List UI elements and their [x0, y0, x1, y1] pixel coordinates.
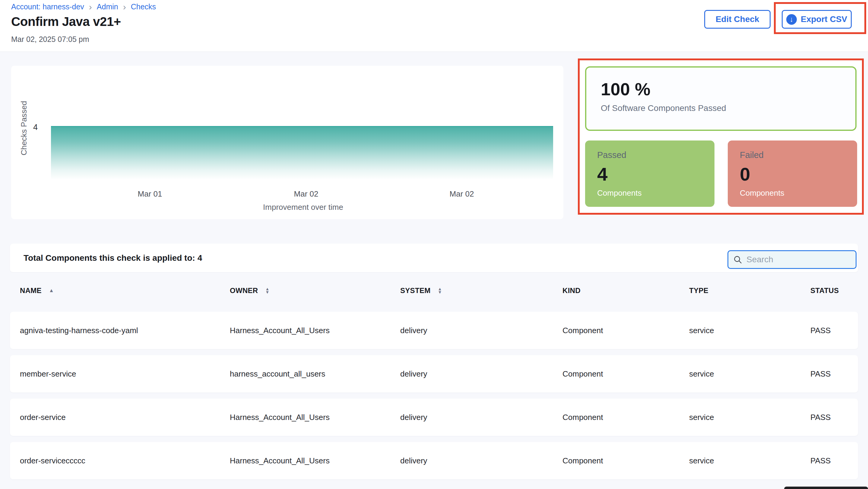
column-header-name[interactable]: NAME ▲: [20, 284, 54, 297]
breadcrumb-link-admin[interactable]: Admin: [97, 2, 118, 11]
status-badge: PASS: [810, 312, 831, 349]
cell-kind: Component: [562, 355, 603, 393]
failed-label: Failed: [740, 150, 857, 160]
cell-owner: Harness_Account_All_Users: [230, 312, 330, 349]
column-header-type: TYPE: [689, 284, 709, 297]
cell-system: delivery: [400, 312, 427, 349]
column-header-owner[interactable]: OWNER ▲▼: [230, 284, 270, 297]
cell-type: service: [689, 355, 714, 393]
cell-system: delivery: [400, 355, 427, 393]
cell-kind: Component: [562, 398, 603, 436]
partial-tooltip-bar: [784, 487, 868, 489]
page-title: Confirm Java v21+: [11, 14, 121, 29]
status-badge: PASS: [810, 398, 831, 436]
chart-x-tick: Mar 02: [450, 189, 474, 199]
cell-owner: harness_account_all_users: [230, 355, 326, 393]
column-header-status: STATUS: [810, 284, 839, 297]
sort-ascending-icon: ▲: [49, 288, 54, 294]
search-box[interactable]: [727, 250, 857, 269]
edit-check-button[interactable]: Edit Check: [704, 10, 771, 29]
check-timestamp: Mar 02, 2025 07:05 pm: [11, 35, 89, 44]
status-badge: PASS: [810, 355, 831, 393]
chevron-right-icon: ›: [123, 3, 126, 10]
column-header-system-label: SYSTEM: [400, 286, 430, 295]
failed-value: 0: [740, 166, 857, 183]
breadcrumb-link-checks[interactable]: Checks: [131, 2, 156, 11]
cell-owner: Harness_Account_All_Users: [230, 442, 330, 479]
passed-value: 4: [597, 166, 714, 183]
column-header-system[interactable]: SYSTEM ▲▼: [400, 284, 442, 297]
cell-kind: Component: [562, 312, 603, 349]
percent-passed-value: 100 %: [601, 79, 855, 99]
cell-name: order-serviceccccc: [20, 442, 85, 479]
breadcrumb-link-account[interactable]: Account: harness-dev: [11, 2, 84, 11]
search-icon: [733, 255, 742, 264]
cell-name: member-service: [20, 355, 76, 393]
table-row[interactable]: order-serviceccccc Harness_Account_All_U…: [10, 442, 858, 479]
column-header-name-label: NAME: [20, 286, 42, 295]
cell-kind: Component: [562, 442, 603, 479]
passed-label: Passed: [597, 150, 714, 160]
chart-y-tick: 4: [26, 123, 38, 132]
column-header-status-label: STATUS: [810, 286, 839, 295]
sort-both-icon: ▲▼: [266, 287, 270, 294]
search-input[interactable]: [746, 255, 843, 264]
passed-components-card: Passed 4 Components: [585, 140, 714, 207]
failed-unit: Components: [740, 188, 857, 198]
column-header-type-label: TYPE: [689, 286, 709, 295]
check-detail-page: Account: harness-dev › Admin › Checks Co…: [0, 0, 868, 489]
area-series-checks-passed: [51, 126, 553, 180]
chart-x-tick: Mar 01: [138, 189, 162, 199]
percent-passed-caption: Of Software Components Passed: [601, 103, 855, 113]
total-components-summary: Total Components this check is applied t…: [24, 243, 202, 272]
cell-name: agniva-testing-harness-code-yaml: [20, 312, 138, 349]
cell-type: service: [689, 312, 714, 349]
chart-x-axis-label: Improvement over time: [263, 203, 343, 212]
passed-unit: Components: [597, 188, 714, 198]
annotation-box-export-csv: [774, 2, 866, 34]
status-badge: PASS: [810, 442, 831, 479]
table-row[interactable]: agniva-testing-harness-code-yaml Harness…: [10, 312, 858, 349]
column-header-kind: KIND: [562, 284, 581, 297]
chart-x-tick: Mar 02: [294, 189, 318, 199]
chevron-right-icon: ›: [89, 3, 92, 10]
cell-owner: Harness_Account_All_Users: [230, 398, 330, 436]
table-row[interactable]: order-service Harness_Account_All_Users …: [10, 398, 858, 436]
sort-both-icon: ▲▼: [438, 287, 442, 294]
failed-components-card: Failed 0 Components: [728, 140, 857, 207]
cell-system: delivery: [400, 398, 427, 436]
column-header-owner-label: OWNER: [230, 286, 258, 295]
table-row[interactable]: member-service harness_account_all_users…: [10, 355, 858, 393]
column-header-kind-label: KIND: [562, 286, 581, 295]
percent-passed-card: 100 % Of Software Components Passed: [585, 66, 857, 131]
cell-type: service: [689, 442, 714, 479]
cell-name: order-service: [20, 398, 66, 436]
cell-system: delivery: [400, 442, 427, 479]
cell-type: service: [689, 398, 714, 436]
breadcrumb: Account: harness-dev › Admin › Checks: [11, 2, 156, 11]
